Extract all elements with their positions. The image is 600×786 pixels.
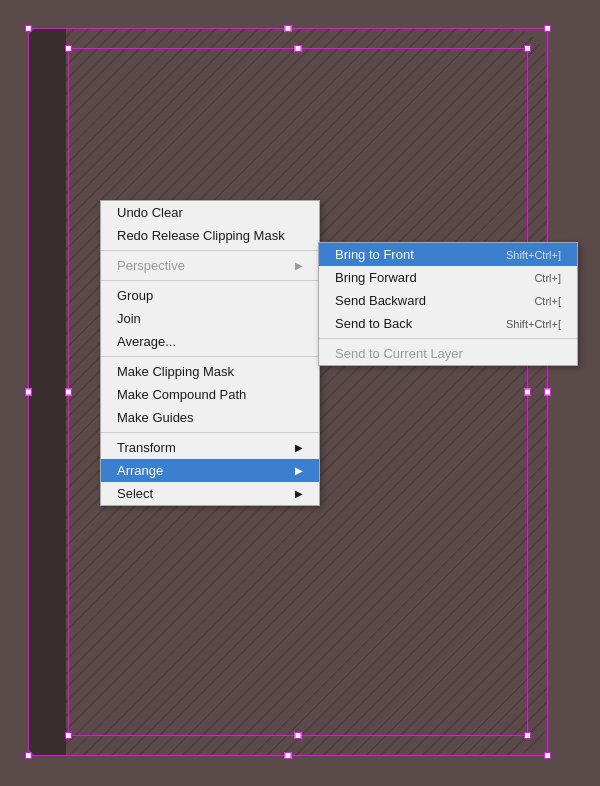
- shortcut-send-backward: Ctrl+[: [534, 295, 561, 307]
- menu-item-select[interactable]: Select ▶: [101, 482, 319, 505]
- submenu-item-bring-to-front[interactable]: Bring to Front Shift+Ctrl+]: [319, 243, 577, 266]
- menu-item-average[interactable]: Average...: [101, 330, 319, 353]
- transform-arrow: ▶: [295, 442, 303, 453]
- menu-label-arrange: Arrange: [117, 463, 163, 478]
- sep-3: [101, 356, 319, 357]
- menu-item-make-guides[interactable]: Make Guides: [101, 406, 319, 429]
- arrange-submenu: Bring to Front Shift+Ctrl+] Bring Forwar…: [318, 242, 578, 366]
- submenu-label-send-to-back: Send to Back: [335, 316, 412, 331]
- shortcut-bring-forward: Ctrl+]: [534, 272, 561, 284]
- submenu-item-send-to-current-layer[interactable]: Send to Current Layer: [319, 342, 577, 365]
- submenu-item-send-to-back[interactable]: Send to Back Shift+Ctrl+[: [319, 312, 577, 335]
- menu-item-transform[interactable]: Transform ▶: [101, 436, 319, 459]
- submenu-label-send-backward: Send Backward: [335, 293, 426, 308]
- shortcut-bring-to-front: Shift+Ctrl+]: [506, 249, 561, 261]
- menu-label-join: Join: [117, 311, 141, 326]
- perspective-arrow: ▶: [295, 260, 303, 271]
- menu-label-select: Select: [117, 486, 153, 501]
- menu-label-transform: Transform: [117, 440, 176, 455]
- menu-label-redo: Redo Release Clipping Mask: [117, 228, 285, 243]
- menu-item-perspective[interactable]: Perspective ▶: [101, 254, 319, 277]
- menu-label-make-compound-path: Make Compound Path: [117, 387, 246, 402]
- notebook-spine: [28, 28, 66, 756]
- context-menu: Undo Clear Redo Release Clipping Mask Pe…: [100, 200, 320, 506]
- shortcut-send-to-back: Shift+Ctrl+[: [506, 318, 561, 330]
- menu-item-make-compound-path[interactable]: Make Compound Path: [101, 383, 319, 406]
- submenu-label-send-to-current-layer: Send to Current Layer: [335, 346, 463, 361]
- submenu-item-bring-forward[interactable]: Bring Forward Ctrl+]: [319, 266, 577, 289]
- menu-label-perspective: Perspective: [117, 258, 185, 273]
- menu-label-average: Average...: [117, 334, 176, 349]
- menu-item-undo-clear[interactable]: Undo Clear: [101, 201, 319, 224]
- arrange-arrow: ▶: [295, 465, 303, 476]
- menu-label-make-clipping-mask: Make Clipping Mask: [117, 364, 234, 379]
- menu-item-group[interactable]: Group: [101, 284, 319, 307]
- menu-item-make-clipping-mask[interactable]: Make Clipping Mask: [101, 360, 319, 383]
- select-arrow: ▶: [295, 488, 303, 499]
- submenu-sep-1: [319, 338, 577, 339]
- sep-1: [101, 250, 319, 251]
- menu-label-group: Group: [117, 288, 153, 303]
- menu-item-arrange[interactable]: Arrange ▶: [101, 459, 319, 482]
- sep-2: [101, 280, 319, 281]
- menu-item-join[interactable]: Join: [101, 307, 319, 330]
- submenu-item-send-backward[interactable]: Send Backward Ctrl+[: [319, 289, 577, 312]
- submenu-label-bring-to-front: Bring to Front: [335, 247, 414, 262]
- menu-label-make-guides: Make Guides: [117, 410, 194, 425]
- sep-4: [101, 432, 319, 433]
- submenu-label-bring-forward: Bring Forward: [335, 270, 417, 285]
- menu-label-undo-clear: Undo Clear: [117, 205, 183, 220]
- menu-item-redo[interactable]: Redo Release Clipping Mask: [101, 224, 319, 247]
